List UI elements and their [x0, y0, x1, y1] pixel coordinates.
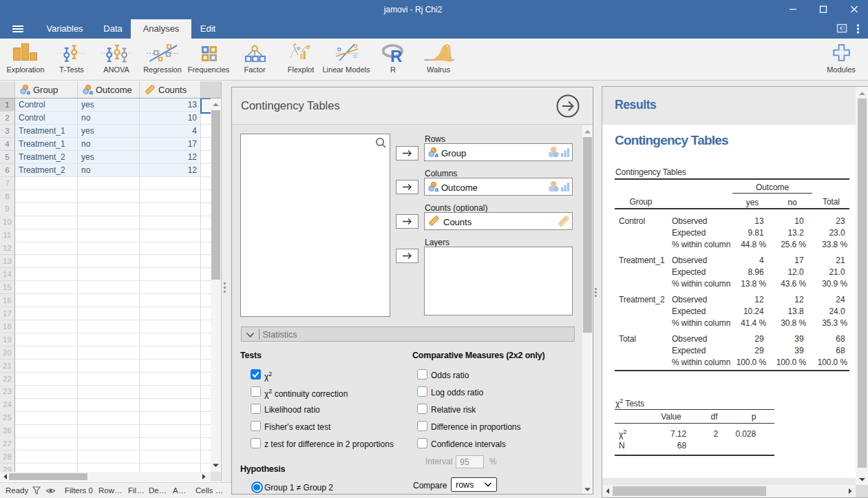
svg-text:a: a	[27, 88, 31, 96]
svg-text:a: a	[435, 151, 439, 158]
svg-text:a: a	[435, 185, 439, 193]
svg-text:a: a	[89, 88, 94, 96]
svg-text:R: R	[390, 47, 402, 63]
